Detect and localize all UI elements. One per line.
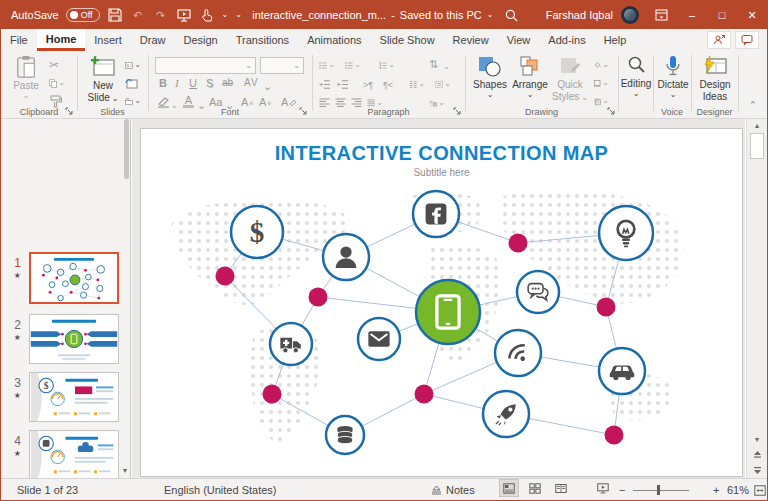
- touch-mode-dropdown-icon[interactable]: ⌄: [222, 11, 229, 19]
- start-slideshow-icon[interactable]: [176, 7, 192, 23]
- node-chat-icon[interactable]: [517, 271, 559, 313]
- design-ideas-button[interactable]: Design Ideas: [693, 55, 737, 102]
- font-dialog-launcher[interactable]: [299, 107, 308, 116]
- slide-indicator[interactable]: Slide 1 of 23: [17, 479, 78, 501]
- slide-thumbnail-4[interactable]: [29, 430, 119, 480]
- tab-slide-show[interactable]: Slide Show: [371, 29, 444, 51]
- autosave-toggle[interactable]: Off: [66, 8, 100, 22]
- tab-transitions[interactable]: Transitions: [227, 29, 298, 51]
- thumbnail-panel-scroll-down-icon[interactable]: ▾: [123, 466, 127, 475]
- section-icon[interactable]: ⌄: [125, 94, 141, 108]
- current-slide[interactable]: INTERACTIVE CONNECTION MAP Subtitle here: [141, 129, 742, 476]
- section-dropdown-icon[interactable]: ⌄: [134, 97, 141, 105]
- character-spacing-button[interactable]: AV: [244, 77, 259, 88]
- connector-dot[interactable]: [605, 426, 624, 445]
- connector-dot[interactable]: [509, 234, 528, 253]
- qat-customize-icon[interactable]: ⌄: [235, 11, 242, 19]
- sort-dropdown-icon[interactable]: ⌄: [443, 60, 459, 74]
- line-spacing-icon[interactable]: ⌄: [379, 58, 395, 72]
- quick-styles-button[interactable]: Quick Styles⌄: [551, 55, 589, 102]
- zoom-in-button[interactable]: +: [713, 479, 719, 501]
- text-direction-rtl-icon[interactable]: >¶: [363, 78, 379, 92]
- slide-subtitle[interactable]: Subtitle here: [141, 167, 742, 178]
- numbering-icon[interactable]: ⌄: [345, 58, 361, 72]
- search-icon[interactable]: [504, 7, 520, 23]
- dictate-button[interactable]: Dictate ⌄: [655, 55, 691, 99]
- node-database-icon[interactable]: [326, 416, 364, 454]
- char-spacing-dropdown-icon[interactable]: ⌄: [263, 81, 272, 92]
- collapse-ribbon-icon[interactable]: ⌃: [749, 101, 757, 110]
- fit-to-window-button[interactable]: [754, 479, 766, 501]
- user-name[interactable]: Farshad Iqbal: [546, 9, 613, 21]
- comments-button[interactable]: [735, 31, 759, 49]
- ribbon-display-options-icon[interactable]: [647, 1, 677, 29]
- connector-dot[interactable]: [415, 385, 434, 404]
- align-text-icon[interactable]: ⌄: [435, 77, 451, 91]
- align-text-dropdown-icon[interactable]: ⌄: [444, 80, 451, 88]
- reading-view-button[interactable]: [551, 479, 571, 497]
- arrange-dropdown-icon[interactable]: ⌄: [527, 91, 534, 99]
- shapes-dropdown-icon[interactable]: ⌄: [487, 91, 494, 99]
- undo-icon[interactable]: ↶: [130, 7, 146, 23]
- connector-dot[interactable]: [216, 267, 235, 286]
- smartart-dropdown-icon[interactable]: ⌄: [438, 99, 445, 107]
- increase-indent-icon[interactable]: [337, 77, 353, 91]
- node-facebook-icon[interactable]: [413, 191, 459, 237]
- paste-button[interactable]: Paste ⌄: [9, 55, 43, 100]
- zoom-out-button[interactable]: −: [619, 479, 625, 501]
- slide-thumbnail-1[interactable]: [29, 252, 119, 304]
- shape-outline-icon[interactable]: ⌄: [593, 76, 609, 90]
- new-slide-dropdown-icon[interactable]: ⌄: [112, 95, 119, 103]
- shape-effects-dropdown-icon[interactable]: ⌄: [602, 97, 609, 105]
- shape-fill-dropdown-icon[interactable]: ⌄: [602, 61, 609, 69]
- editing-dropdown-icon[interactable]: ⌄: [633, 90, 640, 98]
- cut-icon[interactable]: ✂: [49, 58, 65, 72]
- connector-dot[interactable]: [263, 385, 282, 404]
- drawing-dialog-launcher[interactable]: [607, 107, 616, 116]
- new-slide-button[interactable]: New Slide⌄: [83, 55, 123, 103]
- save-icon[interactable]: [107, 7, 123, 23]
- shape-fill-icon[interactable]: ⌄: [593, 58, 609, 72]
- tab-file[interactable]: File: [1, 29, 37, 51]
- slideshow-view-button[interactable]: [593, 479, 613, 497]
- next-slide-button[interactable]: [747, 466, 767, 476]
- font-name-dropdown-icon[interactable]: ⌄: [245, 62, 252, 70]
- shape-outline-dropdown-icon[interactable]: ⌄: [602, 79, 609, 87]
- close-button[interactable]: ✕: [737, 1, 767, 29]
- node-car-icon[interactable]: [599, 348, 645, 394]
- zoom-level[interactable]: 61%: [727, 479, 749, 501]
- connector-dot[interactable]: [597, 298, 616, 317]
- copy-icon[interactable]: ⌄: [49, 76, 65, 90]
- tab-home[interactable]: Home: [37, 29, 86, 51]
- columns-dropdown-icon[interactable]: ⌄: [418, 80, 425, 88]
- paste-dropdown-icon[interactable]: ⌄: [23, 92, 30, 100]
- slide-layout-icon[interactable]: ⌄: [125, 58, 141, 72]
- bullets-dropdown-icon[interactable]: ⌄: [328, 61, 335, 69]
- tab-help[interactable]: Help: [595, 29, 636, 51]
- clipboard-dialog-launcher[interactable]: [65, 107, 74, 116]
- tab-design[interactable]: Design: [174, 29, 226, 51]
- italic-button[interactable]: I: [175, 77, 179, 89]
- shapes-button[interactable]: Shapes ⌄: [471, 55, 509, 99]
- format-painter-icon[interactable]: [49, 94, 65, 108]
- notes-toggle[interactable]: Notes: [431, 479, 475, 501]
- text-shadow-button[interactable]: S: [206, 77, 213, 89]
- tab-animations[interactable]: Animations: [298, 29, 370, 51]
- tab-add-ins[interactable]: Add-ins: [539, 29, 594, 51]
- node-lightbulb-icon[interactable]: [599, 206, 653, 260]
- decrease-indent-icon[interactable]: [319, 77, 335, 91]
- node-ambulance-icon[interactable]: [270, 323, 312, 365]
- slide-title[interactable]: INTERACTIVE CONNECTION MAP: [141, 142, 742, 165]
- underline-button[interactable]: U: [189, 77, 197, 89]
- scrollbar-thumb[interactable]: [750, 133, 764, 159]
- copy-dropdown-icon[interactable]: ⌄: [58, 79, 65, 87]
- slide-thumbnail-3[interactable]: $: [29, 372, 119, 422]
- numbering-dropdown-icon[interactable]: ⌄: [354, 61, 361, 69]
- redo-icon[interactable]: ↷: [153, 7, 169, 23]
- strikethrough-button[interactable]: ab: [222, 77, 233, 88]
- zoom-slider-thumb[interactable]: [657, 485, 660, 495]
- scroll-up-icon[interactable]: ▴: [747, 121, 767, 130]
- user-avatar[interactable]: [621, 6, 639, 24]
- columns-icon[interactable]: ⌄: [409, 77, 425, 91]
- zoom-slider[interactable]: [633, 479, 689, 501]
